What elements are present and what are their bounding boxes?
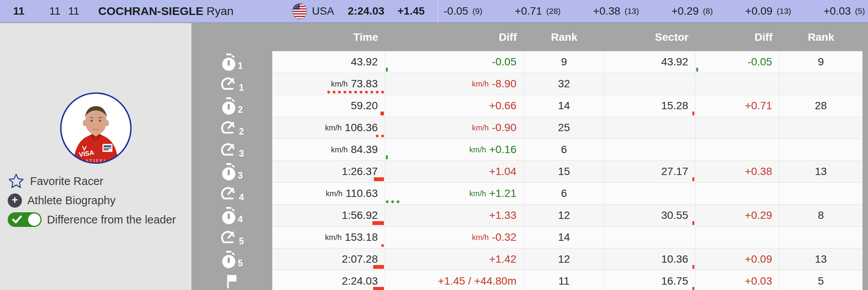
time-cell: km/h106.36 <box>272 117 385 139</box>
segment-number: 1 <box>239 83 244 93</box>
difference-from-leader-row: Difference from the leader <box>8 210 176 229</box>
sector-summary-item: +0.71(28) <box>515 5 561 17</box>
cell-value: +0.29 <box>745 209 772 222</box>
racer-total-time: 2:24.03 <box>348 5 384 17</box>
diff-indicator <box>692 112 694 115</box>
sector-diff-cell <box>695 227 779 248</box>
stopwatch-icon <box>221 163 236 181</box>
sector-cell: 30.55 <box>605 205 695 227</box>
indicator-dot <box>354 91 357 93</box>
indicator-dot <box>360 91 362 93</box>
check-icon <box>12 215 22 224</box>
column-header-sector-rank: Rank <box>779 31 863 43</box>
diff-indicator <box>373 287 384 290</box>
diff-indicator <box>692 265 694 269</box>
sector-rank-cell: 13 <box>779 248 863 270</box>
sector-diff-cell: +0.71 <box>695 95 779 117</box>
cell-value: -0.05 <box>492 56 516 68</box>
indicator-dot <box>370 91 373 93</box>
usa-flag-icon <box>291 3 308 20</box>
unit-label: km/h <box>325 233 342 242</box>
sector-summary-rank: (5) <box>855 7 865 16</box>
diff-cell: +1.42 <box>385 248 524 270</box>
rank-cell: 6 <box>524 139 605 161</box>
segment-number: 3 <box>238 170 243 181</box>
indicator-dot <box>327 91 330 93</box>
cell-value: 10.36 <box>661 253 688 265</box>
table-row: 52:07.28+1.421210.36+0.0913 <box>191 248 863 270</box>
finish-flag-icon <box>226 274 238 289</box>
table-row: 3km/h84.39km/h+0.166 <box>191 139 863 161</box>
stopwatch-icon <box>221 97 236 115</box>
sector-cell: 16.75 <box>605 270 695 290</box>
diff-cell: km/h-0.32 <box>385 227 524 248</box>
diff-indicator <box>692 221 694 225</box>
rank-cell: 14 <box>524 95 605 117</box>
column-header-rank: Rank <box>524 31 605 43</box>
diff-cell: +1.04 <box>385 161 524 183</box>
sector-summary-diff: +0.03 <box>823 5 851 17</box>
speed-cell: 5 <box>191 227 272 248</box>
segment-number: 5 <box>239 236 244 247</box>
sector-rank-cell: 8 <box>779 205 863 227</box>
unit-label: km/h <box>469 145 486 154</box>
plus-icon: + <box>8 193 22 208</box>
indicator-dot <box>365 91 368 93</box>
diff-indicator <box>376 135 384 137</box>
cell-value: 1:56.92 <box>342 209 378 222</box>
sector-cell: 27.17 <box>605 161 695 183</box>
cell-value: +0.66 <box>489 100 516 112</box>
sector-summary-item: +0.09(13) <box>745 5 791 17</box>
speedometer-icon <box>220 76 238 92</box>
column-header-diff: Diff <box>385 31 524 43</box>
table-row: 41:56.92+1.331230.55+0.298 <box>191 205 863 227</box>
indicator-dot <box>344 91 346 93</box>
table-row: 5km/h153.18km/h-0.3214 <box>191 227 863 248</box>
athlete-panel: VISA STIFEL Favorite Racer + Athlete Bio… <box>0 23 191 290</box>
sector-cell <box>605 139 695 161</box>
indicator-dot <box>386 200 389 203</box>
racer-total-diff: +1.45 <box>397 5 425 17</box>
star-icon <box>8 173 25 190</box>
table-row: 31:26.37+1.041527.17+0.3813 <box>191 161 863 183</box>
rank-cell: 32 <box>524 73 605 95</box>
column-header-sector-diff: Diff <box>695 31 779 43</box>
sector-summary-item: +0.29(8) <box>671 5 713 17</box>
sector-diff-cell: +0.09 <box>695 248 779 270</box>
unit-label: km/h <box>469 189 486 198</box>
favorite-racer-button[interactable]: Favorite Racer <box>8 172 176 191</box>
diff-cell: +1.33 <box>385 205 524 227</box>
cell-value: +1.04 <box>489 165 516 178</box>
stopwatch-cell: 2 <box>191 95 272 117</box>
stopwatch-icon <box>221 207 236 225</box>
selected-racer-row[interactable]: 11 11 11 COCHRAN-SIEGLERyan USA <box>0 0 868 23</box>
cell-value: -0.90 <box>492 122 516 134</box>
cell-value: +1.33 <box>489 209 516 222</box>
diff-indicator <box>386 200 399 203</box>
rank-cell: 9 <box>524 51 605 73</box>
racer-name: COCHRAN-SIEGLERyan <box>98 5 233 18</box>
cell-value: 43.92 <box>661 56 688 68</box>
topbar-divider <box>437 0 438 22</box>
time-cell: km/h153.18 <box>272 227 385 248</box>
sector-diff-cell <box>695 139 779 161</box>
sector-summary-item: +0.38(13) <box>593 5 639 17</box>
cell-value: -0.32 <box>492 231 516 243</box>
racer-start-order: 11 <box>68 5 79 17</box>
athlete-biography-label: Athlete Biography <box>27 194 116 207</box>
cell-value: +0.38 <box>745 165 772 178</box>
sector-cell <box>605 117 695 139</box>
sector-summary-diff: +0.38 <box>593 5 620 17</box>
cell-value: 1:26.37 <box>342 165 378 178</box>
cell-value: -0.05 <box>747 56 772 68</box>
table-row: 2km/h106.36km/h-0.9025 <box>191 117 863 139</box>
diff-cell: km/h+0.16 <box>385 139 524 161</box>
table-row: 2:24.03+1.45 / +44.80m1116.75+0.035 <box>191 270 863 290</box>
time-cell: 2:24.03 <box>272 270 385 290</box>
rank-cell: 12 <box>524 248 605 270</box>
cell-value: 2:24.03 <box>342 275 378 287</box>
athlete-biography-button[interactable]: + Athlete Biography <box>8 191 176 210</box>
leader-toggle[interactable] <box>8 212 42 227</box>
diff-indicator <box>374 177 384 181</box>
sector-cell <box>605 73 695 95</box>
